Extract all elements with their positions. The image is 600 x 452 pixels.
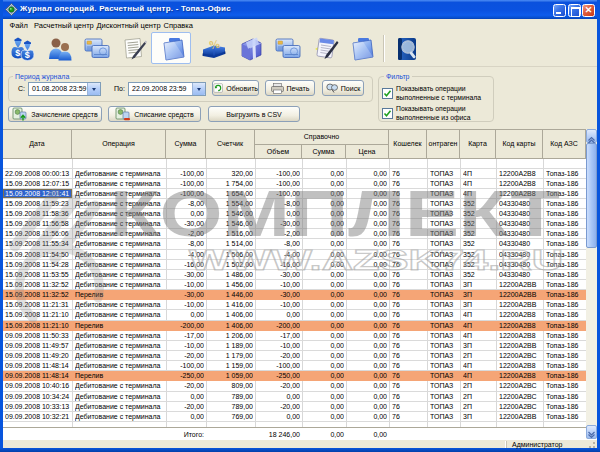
svg-text:%: %	[207, 36, 221, 52]
svg-text:$: $	[25, 50, 30, 60]
svg-text:$: $	[15, 48, 20, 58]
